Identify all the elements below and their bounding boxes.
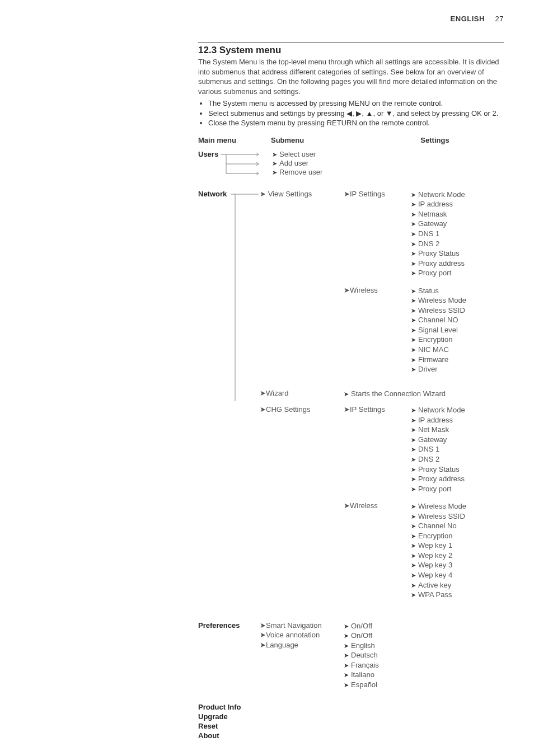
header-page-number: 27	[487, 15, 504, 23]
arrow-icon: ➤	[411, 201, 416, 208]
arrow-icon: ➤	[344, 623, 349, 630]
option-item: ➤Active key	[411, 580, 504, 590]
main-network-label: Network	[198, 190, 227, 198]
col-submenu: Submenu	[271, 136, 366, 144]
arrow-icon: ➤	[411, 220, 416, 227]
option-list: ➤Network Mode ➤IP address ➤Netmask ➤Gate…	[411, 190, 504, 278]
arrow-icon: ➤	[411, 591, 416, 598]
instruction-list: The System menu is accessed by pressing …	[198, 98, 504, 128]
arrow-icon: ➤	[411, 523, 416, 529]
col-main: Main menu	[198, 136, 271, 144]
option-item: ➤Wep key 4	[411, 570, 504, 580]
option-item: ➤Channel No	[411, 521, 504, 531]
option-item: ➤Wireless Mode	[411, 295, 504, 306]
submenu-label: View Settings	[268, 190, 312, 198]
arrow-icon: ➤	[411, 250, 416, 257]
instruction-item: The System menu is accessed by pressing …	[208, 98, 504, 109]
option-item: ➤English	[344, 641, 504, 651]
arrow-icon: ➤	[272, 160, 277, 167]
option-item: ➤On/Off	[344, 621, 372, 631]
main-about: About	[198, 731, 504, 741]
arrow-icon: ➤	[411, 582, 416, 589]
option-item: ➤Network Mode	[411, 190, 504, 200]
arrow-icon: ➤	[411, 366, 416, 373]
arrow-icon: ➤	[411, 426, 416, 433]
option-list: ➤English ➤Deutsch ➤Français ➤Italiano ➤E…	[344, 641, 504, 690]
menu-remaining: Product Info Upgrade Reset About	[198, 703, 504, 741]
arrow-icon: ➤	[260, 621, 266, 630]
option-item: ➤IP address	[411, 199, 504, 209]
settings-wireless: ➤Wireless ➤Status ➤Wireless Mode ➤Wirele…	[344, 286, 504, 374]
option-item: ➤Français	[344, 660, 504, 670]
option-item: ➤On/Off	[344, 631, 372, 641]
arrow-icon: ➤	[344, 501, 350, 510]
arrow-icon: ➤	[411, 542, 416, 549]
option-item: ➤Proxy port	[411, 484, 504, 494]
arrow-icon: ➤	[411, 486, 416, 492]
option-item: ➤DNS 1	[411, 444, 504, 454]
option-item: ➤Proxy port	[411, 268, 504, 278]
arrow-icon: ➤	[411, 288, 416, 294]
arrow-icon: ➤	[344, 682, 349, 688]
arrow-icon: ➤	[344, 190, 350, 198]
option-item: ➤Encryption	[411, 531, 504, 541]
page-header: ENGLISH 27	[30, 15, 504, 23]
submenu-chg-settings: ➤CHG Settings ➤IP Settings ➤Network Mode…	[260, 405, 504, 607]
wizard-description: ➤Starts the Connection Wizard	[344, 389, 504, 399]
arrow-icon: ➤	[260, 631, 266, 639]
arrow-icon: ➤	[344, 642, 349, 649]
menu-network: Network ➤ View Settings ➤IP Set	[198, 190, 504, 608]
arrow-icon: ➤	[411, 552, 416, 559]
settings-wireless: ➤Wireless ➤Wireless Mode ➤Wireless SSID …	[344, 501, 504, 599]
option-list: ➤Network Mode ➤IP address ➤Net Mask ➤Gat…	[411, 405, 504, 494]
submenu-item: ➤Remove user	[260, 168, 504, 176]
option-item: ➤Gateway	[411, 219, 504, 229]
settings-ip: ➤IP Settings ➤Network Mode ➤IP address ➤…	[344, 405, 504, 494]
arrow-icon: ➤	[411, 336, 416, 343]
option-item: ➤Channel NO	[411, 315, 504, 325]
arrow-icon: ➤	[411, 436, 416, 443]
option-item: ➤Encryption	[411, 335, 504, 345]
main-reset: Reset	[198, 722, 504, 731]
option-item: ➤Firmware	[411, 355, 504, 365]
arrow-icon: ➤	[411, 260, 416, 267]
option-item: ➤Wep key 2	[411, 551, 504, 561]
main-product-info: Product Info	[198, 703, 504, 712]
option-item: ➤Italiano	[344, 670, 504, 680]
submenu-language: ➤Language ➤English ➤Deutsch ➤Français ➤I…	[260, 641, 504, 690]
arrow-icon: ➤	[344, 632, 349, 639]
option-item: ➤Gateway	[411, 435, 504, 445]
option-item: ➤Proxy address	[411, 474, 504, 484]
menu-users: Users ➤Select user ➤Add user ➤Remove use…	[198, 150, 504, 176]
arrow-icon: ➤	[411, 513, 416, 520]
arrow-icon: ➤	[411, 307, 416, 314]
arrow-icon: ➤	[411, 533, 416, 539]
submenu-voice-annotation: ➤Voice annotation ➤On/Off	[260, 631, 504, 641]
header-language: ENGLISH	[451, 15, 485, 23]
option-item: ➤Driver	[411, 364, 504, 374]
arrow-icon: ➤	[411, 407, 416, 414]
arrow-icon: ➤	[411, 317, 416, 323]
arrow-icon: ➤	[411, 562, 416, 569]
arrow-icon: ➤	[411, 503, 416, 510]
section-rule	[198, 42, 504, 43]
option-item: ➤Wireless Mode	[411, 501, 504, 511]
option-item: ➤Proxy address	[411, 259, 504, 269]
submenu-view-settings: ➤ View Settings ➤IP Settings ➤Network Mo…	[260, 190, 504, 382]
option-item: ➤Wireless SSID	[411, 511, 504, 522]
col-settings: Settings	[366, 136, 504, 144]
section-title: 12.3 System menu	[198, 45, 504, 56]
submenu-smart-navigation: ➤Smart Navigation ➤On/Off	[260, 621, 504, 631]
submenu-item: ➤Add user	[260, 159, 504, 167]
option-item: ➤DNS 2	[411, 454, 504, 464]
option-list: ➤Status ➤Wireless Mode ➤Wireless SSID ➤C…	[411, 286, 504, 374]
option-item: ➤DNS 1	[411, 229, 504, 239]
arrow-icon: ➤	[411, 456, 416, 463]
settings-ip: ➤IP Settings ➤Network Mode ➤IP address ➤…	[344, 190, 504, 278]
option-list: ➤Wireless Mode ➤Wireless SSID ➤Channel N…	[411, 501, 504, 599]
option-item: ➤Wireless SSID	[411, 306, 504, 316]
main-preferences-label: Preferences	[198, 621, 240, 630]
option-item: ➤WPA Pass	[411, 590, 504, 600]
arrow-icon: ➤	[411, 417, 416, 424]
section-intro: The System Menu is the top-level menu th…	[198, 57, 504, 96]
